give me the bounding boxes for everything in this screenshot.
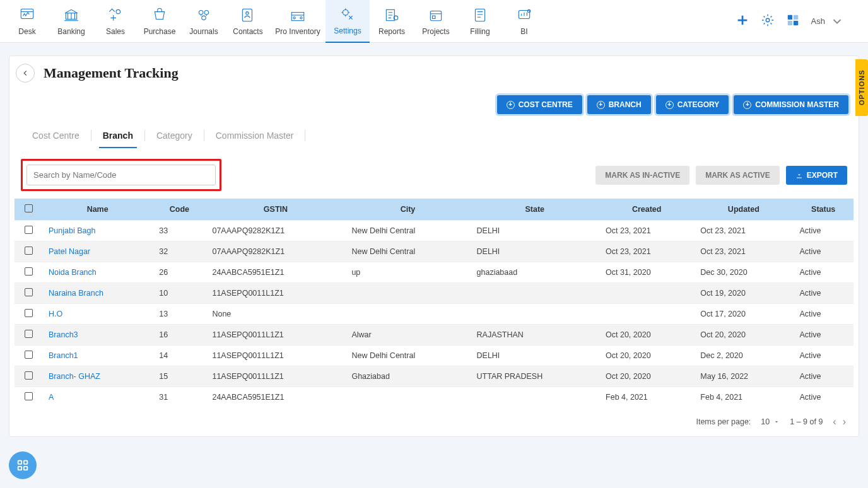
table-row: Patel Nagar 32 07AAAPQ9282K1Z1 New Delhi… [15, 241, 853, 262]
tab-cost-centre[interactable]: Cost Centre [21, 123, 91, 148]
row-name-link[interactable]: Noida Branch [49, 268, 97, 277]
nav-filling[interactable]: Filling [458, 0, 502, 43]
gear-icon[interactable] [761, 13, 775, 29]
row-checkbox[interactable] [25, 392, 33, 400]
nav-purchase[interactable]: Purchase [138, 0, 182, 43]
journals-icon [196, 7, 212, 23]
svg-rect-15 [433, 16, 435, 18]
row-checkbox[interactable] [25, 330, 33, 338]
row-checkbox[interactable] [25, 247, 33, 255]
row-status: Active [793, 387, 853, 408]
mark-active-button[interactable]: MARK AS ACTIVE [696, 166, 779, 185]
add-icon[interactable] [736, 13, 749, 29]
row-checkbox[interactable] [25, 351, 33, 359]
nav-banking[interactable]: Banking [49, 0, 93, 43]
svg-point-4 [204, 10, 209, 15]
user-menu[interactable]: Ash [811, 15, 844, 28]
pager-prev[interactable]: ‹ [833, 416, 836, 427]
plus-icon: + [507, 101, 515, 109]
row-gstin: None [206, 304, 345, 325]
tab-category[interactable]: Category [145, 123, 204, 148]
nav-journals[interactable]: Journals [182, 0, 226, 43]
row-gstin: 11ASEPQ0011L1Z1 [206, 346, 345, 366]
svg-point-9 [293, 16, 295, 18]
row-name-link[interactable]: Branch- GHAZ [49, 372, 100, 381]
cost-centre-button[interactable]: +COST CENTRE [497, 95, 582, 114]
row-code: 16 [153, 325, 206, 346]
row-name-link[interactable]: Naraina Branch [49, 289, 103, 298]
table-row: Punjabi Bagh 33 07AAAPQ9282K1Z1 New Delh… [15, 221, 853, 241]
pager-range: 1 – 9 of 9 [790, 417, 823, 426]
row-name-link[interactable]: H.O [49, 310, 62, 318]
nav-label: Contacts [233, 27, 262, 36]
commission-master-button[interactable]: +COMMISSION MASTER [734, 95, 848, 114]
top-nav: Desk Banking Sales Purchase Journals Con… [0, 0, 868, 43]
pager-perpage[interactable]: 10 [761, 417, 780, 426]
app-launcher-fab[interactable] [9, 451, 37, 479]
calculator-icon[interactable] [786, 13, 800, 29]
row-gstin: 11ASEPQ0011L1Z1 [206, 283, 345, 304]
nav-projects[interactable]: Projects [414, 0, 458, 43]
row-checkbox[interactable] [25, 309, 33, 317]
category-button[interactable]: +CATEGORY [656, 95, 729, 114]
row-code: 14 [153, 346, 206, 366]
row-name-link[interactable]: Branch3 [49, 330, 78, 339]
row-name-link[interactable]: Patel Nagar [49, 247, 90, 256]
nav-reports[interactable]: Reports [370, 0, 414, 43]
row-city [345, 304, 470, 325]
header-name: Name [42, 199, 153, 221]
branch-button[interactable]: +BRANCH [587, 95, 651, 114]
table-row: H.O 13 None Oct 17, 2020 Active [15, 304, 853, 325]
row-created [599, 304, 694, 325]
row-updated: Oct 20, 2020 [694, 325, 793, 346]
back-button[interactable] [16, 64, 35, 83]
row-created: Oct 20, 2020 [599, 325, 694, 346]
row-name-link[interactable]: Punjabi Bagh [49, 226, 95, 235]
row-created [599, 283, 694, 304]
table-row: Naraina Branch 10 11ASEPQ0011L1Z1 Oct 19… [15, 283, 853, 304]
header-updated: Updated [694, 199, 793, 221]
bank-icon [63, 7, 79, 23]
nav-label: Purchase [144, 27, 176, 36]
options-tab[interactable]: OPTIONS [855, 59, 868, 116]
row-state [471, 283, 600, 304]
row-state: ghaziabaad [471, 262, 600, 283]
plus-icon: + [597, 101, 605, 109]
export-button[interactable]: EXPORT [786, 166, 847, 185]
reports-icon [384, 7, 400, 23]
nav-desk[interactable]: Desk [5, 0, 49, 43]
row-updated: Dec 30, 2020 [694, 262, 793, 283]
tab-commission-master[interactable]: Commission Master [204, 123, 305, 148]
nav-contacts[interactable]: Contacts [226, 0, 270, 43]
mark-inactive-button[interactable]: MARK AS IN-ACTIVE [595, 166, 689, 185]
row-name-link[interactable]: Branch1 [49, 351, 78, 360]
projects-icon [428, 7, 444, 23]
row-state: UTTAR PRADESH [471, 366, 600, 387]
search-input[interactable] [26, 165, 216, 185]
svg-rect-26 [18, 467, 22, 470]
pager-next[interactable]: › [843, 416, 846, 427]
nav-proinventory[interactable]: Pro Inventory [270, 0, 326, 43]
row-name-link[interactable]: A [49, 393, 54, 402]
table-row: A 31 24AABCA5951E1Z1 Feb 4, 2021 Feb 4, … [15, 387, 853, 408]
row-checkbox[interactable] [25, 371, 33, 380]
row-checkbox[interactable] [25, 288, 33, 296]
nav-bi[interactable]: BI [502, 0, 546, 43]
nav-label: Pro Inventory [275, 27, 320, 36]
tab-branch[interactable]: Branch [91, 123, 144, 148]
nav-label: Settings [334, 26, 361, 35]
row-status: Active [793, 325, 853, 346]
row-checkbox[interactable] [25, 267, 33, 276]
nav-label: Projects [422, 27, 449, 36]
header-checkbox[interactable] [15, 199, 42, 221]
nav-sales[interactable]: Sales [93, 0, 138, 43]
svg-point-19 [766, 18, 770, 22]
svg-rect-6 [242, 9, 252, 21]
search-highlight [21, 159, 221, 191]
nav-settings[interactable]: Settings [326, 0, 370, 43]
row-checkbox[interactable] [25, 226, 33, 234]
row-created: Oct 20, 2020 [599, 366, 694, 387]
row-status: Active [793, 304, 853, 325]
row-code: 10 [153, 283, 206, 304]
svg-rect-25 [24, 461, 28, 465]
